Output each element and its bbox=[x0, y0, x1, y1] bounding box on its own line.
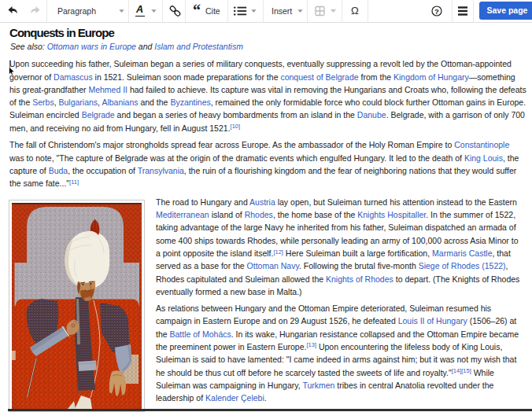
svg-text:?: ? bbox=[434, 7, 439, 16]
